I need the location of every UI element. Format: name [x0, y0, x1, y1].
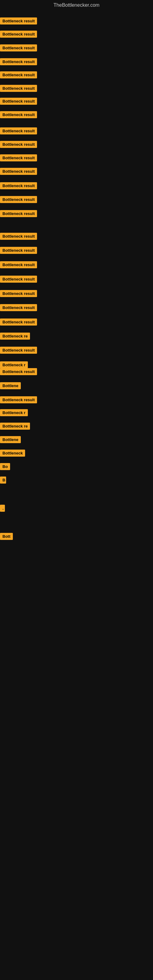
bottleneck-result-badge[interactable]: Bottleneck result: [0, 72, 37, 78]
bottleneck-result-badge[interactable]: Bottlene: [0, 436, 21, 443]
bottleneck-result-badge[interactable]: .: [0, 505, 5, 512]
bottleneck-badge-row: Bottleneck result: [0, 85, 37, 93]
bottleneck-badge-row: Bottleneck result: [0, 154, 37, 162]
bottleneck-result-badge[interactable]: Bottleneck result: [0, 304, 37, 311]
bottleneck-result-badge[interactable]: Bottleneck result: [0, 111, 37, 118]
bottleneck-badge-row: Bottlene: [0, 382, 21, 390]
bottleneck-result-badge[interactable]: Bottleneck re: [0, 332, 30, 340]
bottleneck-badge-row: Bottlene: [0, 436, 21, 444]
bottleneck-result-badge[interactable]: Bottleneck result: [0, 98, 37, 105]
bottleneck-badge-row: Bottleneck result: [0, 196, 37, 204]
bottleneck-result-badge[interactable]: Bottleneck re: [0, 423, 30, 430]
bottleneck-result-badge[interactable]: Bottleneck result: [0, 196, 37, 203]
bottleneck-badge-row: .: [0, 505, 5, 513]
bottleneck-badge-row: Bott: [0, 533, 13, 541]
bottleneck-result-badge[interactable]: Bottleneck result: [0, 233, 37, 240]
bottleneck-result-badge[interactable]: Bottleneck result: [0, 18, 37, 24]
bottleneck-result-badge[interactable]: Bottleneck result: [0, 85, 37, 92]
bottleneck-badge-row: Bottleneck result: [0, 168, 37, 176]
bottleneck-badge-row: Bottleneck result: [0, 72, 37, 80]
bottleneck-result-badge[interactable]: Bottleneck result: [0, 58, 37, 65]
bottleneck-badge-row: B: [0, 477, 6, 485]
bottleneck-result-badge[interactable]: Bottleneck result: [0, 247, 37, 254]
bottleneck-result-badge[interactable]: Bottleneck result: [0, 141, 37, 148]
bottleneck-badge-row: Bottleneck result: [0, 368, 37, 376]
bottleneck-result-badge[interactable]: Bottleneck result: [0, 154, 37, 161]
bottleneck-badge-row: Bottleneck re: [0, 332, 30, 341]
bottleneck-result-badge[interactable]: Bottleneck result: [0, 182, 37, 189]
bottleneck-badge-row: Bottleneck result: [0, 111, 37, 119]
bottleneck-result-badge[interactable]: Bottleneck result: [0, 368, 37, 375]
bottleneck-badge-row: Bottleneck result: [0, 141, 37, 149]
bottleneck-result-badge[interactable]: Bottleneck: [0, 450, 25, 457]
bottleneck-badge-row: Bottleneck result: [0, 45, 37, 52]
bottleneck-badge-row: Bottleneck result: [0, 233, 37, 241]
site-title: TheBottlenecker.com: [0, 0, 153, 10]
bottleneck-result-badge[interactable]: B: [0, 477, 6, 484]
bottleneck-badge-row: Bottleneck result: [0, 396, 37, 404]
bottleneck-result-badge[interactable]: Bott: [0, 533, 13, 540]
bottleneck-result-badge[interactable]: Bottleneck result: [0, 168, 37, 175]
bottleneck-badge-row: Bottleneck result: [0, 347, 37, 355]
bottleneck-badge-row: Bottleneck result: [0, 58, 37, 67]
bottleneck-result-badge[interactable]: Bottleneck result: [0, 347, 37, 354]
bottleneck-result-badge[interactable]: Bottlene: [0, 382, 21, 389]
bottleneck-result-badge[interactable]: Bottleneck result: [0, 30, 37, 38]
bottleneck-result-badge[interactable]: Bottleneck result: [0, 45, 37, 51]
bottleneck-badge-row: Bottleneck result: [0, 318, 37, 327]
bottleneck-badge-row: Bottleneck result: [0, 275, 37, 284]
bottleneck-result-badge[interactable]: Bottleneck result: [0, 290, 37, 297]
bottleneck-result-badge[interactable]: Bottleneck result: [0, 210, 37, 217]
bottleneck-result-badge[interactable]: Bo: [0, 463, 10, 470]
bottleneck-badge-row: Bottleneck result: [0, 261, 37, 269]
bottleneck-result-badge[interactable]: Bottleneck result: [0, 318, 37, 326]
bottleneck-badge-row: Bo: [0, 463, 10, 471]
bottleneck-badge-row: Bottleneck result: [0, 18, 37, 26]
bottleneck-badge-row: Bottleneck result: [0, 290, 37, 298]
bottleneck-badge-row: Bottleneck: [0, 450, 25, 458]
bottleneck-badge-row: Bottleneck r: [0, 409, 28, 417]
bottleneck-result-badge[interactable]: Bottleneck result: [0, 275, 37, 283]
bottleneck-result-badge[interactable]: Bottleneck result: [0, 261, 37, 268]
bottleneck-result-badge[interactable]: Bottleneck result: [0, 396, 37, 403]
bottleneck-result-badge[interactable]: Bottleneck r: [0, 361, 28, 368]
bottleneck-result-badge[interactable]: Bottleneck r: [0, 409, 28, 416]
bottleneck-badge-row: Bottleneck result: [0, 304, 37, 312]
bottleneck-badge-row: Bottleneck result: [0, 127, 37, 136]
bottleneck-badge-row: Bottleneck result: [0, 30, 37, 39]
bottleneck-badge-row: Bottleneck re: [0, 423, 30, 431]
bottleneck-badge-row: Bottleneck result: [0, 182, 37, 191]
bottleneck-result-badge[interactable]: Bottleneck result: [0, 127, 37, 134]
bottleneck-badge-row: Bottleneck result: [0, 98, 37, 106]
bottleneck-badge-row: Bottleneck result: [0, 210, 37, 218]
bottleneck-badge-row: Bottleneck result: [0, 247, 37, 255]
